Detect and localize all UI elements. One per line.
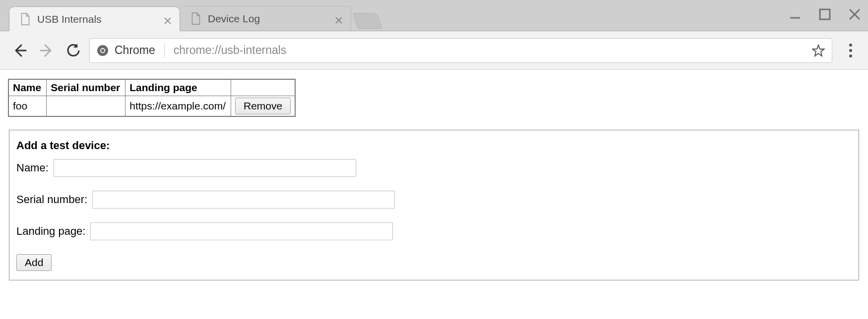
cell-landing: https://example.com/ (125, 96, 231, 117)
col-landing: Landing page (125, 79, 231, 96)
remove-button[interactable]: Remove (235, 98, 291, 114)
browser-tab-active[interactable]: USB Internals (9, 6, 180, 31)
page-content: Name Serial number Landing page foo http… (0, 70, 868, 289)
omnibox[interactable]: Chrome chrome://usb-internals (89, 38, 832, 63)
serial-input[interactable] (92, 191, 395, 209)
forward-button[interactable] (36, 40, 58, 61)
table-header-row: Name Serial number Landing page (8, 79, 295, 96)
browser-tab-inactive[interactable]: Device Log (180, 6, 351, 31)
reload-button[interactable] (62, 40, 84, 61)
close-tab-icon[interactable] (335, 15, 343, 23)
maximize-icon[interactable] (818, 8, 831, 23)
omnibox-origin-label: Chrome (115, 44, 155, 57)
col-name: Name (8, 79, 47, 96)
omnibox-url: chrome://usb-internals (174, 44, 806, 57)
minimize-icon[interactable] (789, 8, 802, 23)
back-button[interactable] (9, 40, 31, 61)
col-serial: Serial number (47, 79, 125, 96)
add-device-fieldset: Add a test device: Name: Serial number: … (9, 130, 859, 280)
bookmark-star-icon[interactable] (812, 44, 825, 57)
table-row: foo https://example.com/ Remove (8, 96, 295, 117)
omnibox-separator (164, 43, 165, 58)
browser-toolbar: Chrome chrome://usb-internals (0, 31, 868, 70)
tab-title: USB Internals (37, 13, 158, 25)
name-label: Name: (16, 161, 49, 174)
new-tab-button[interactable] (353, 13, 382, 29)
devices-table: Name Serial number Landing page foo http… (8, 79, 296, 117)
landing-input[interactable] (90, 222, 393, 240)
close-tab-icon[interactable] (164, 15, 172, 23)
cell-actions: Remove (231, 96, 296, 117)
cell-serial (47, 96, 125, 117)
name-input[interactable] (54, 159, 356, 177)
tab-strip: USB Internals Device Log (0, 0, 868, 31)
landing-label: Landing page: (16, 225, 85, 238)
browser-chrome: USB Internals Device Log (0, 0, 868, 70)
browser-menu-button[interactable] (842, 44, 859, 57)
tab-title: Device Log (208, 13, 329, 25)
svg-point-3 (101, 49, 104, 52)
cell-name: foo (8, 96, 47, 117)
add-device-legend: Add a test device: (16, 139, 852, 152)
col-actions (231, 79, 296, 96)
svg-rect-0 (820, 9, 830, 19)
page-icon (20, 13, 30, 26)
window-controls (789, 0, 861, 31)
close-window-icon[interactable] (848, 8, 861, 23)
serial-label: Serial number: (16, 193, 87, 206)
add-button[interactable]: Add (16, 254, 52, 271)
page-icon (191, 12, 201, 25)
chrome-origin-icon (97, 45, 109, 56)
